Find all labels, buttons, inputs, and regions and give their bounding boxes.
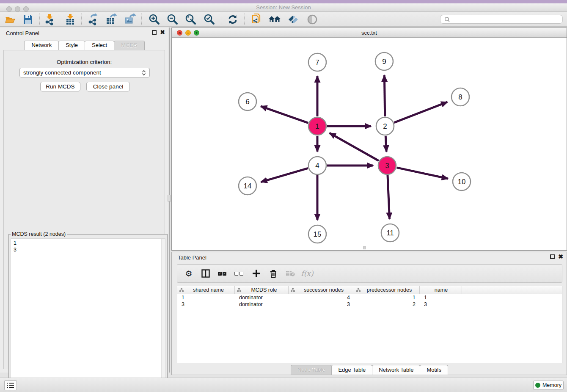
table-cell[interactable]: dominator [235, 301, 289, 308]
add-row-icon[interactable] [251, 268, 262, 279]
column-header-successor-nodes[interactable]: successor nodes [289, 286, 354, 294]
column-header-name[interactable]: name [420, 286, 462, 294]
network-canvas[interactable]: 1234678910111415 [172, 38, 567, 250]
mcds-result-list[interactable]: 13 [11, 238, 165, 388]
export-table-icon[interactable] [105, 13, 118, 26]
table-panel: Table Panel ✖ ⚙ ✓✓ f(x) shared nameMCDS … [171, 252, 567, 375]
memory-button[interactable]: Memory [533, 381, 564, 390]
search-input[interactable] [451, 16, 562, 23]
table-cell[interactable]: 1 [420, 294, 462, 301]
graph-node-9[interactable]: 9 [375, 52, 393, 70]
network-window-title: scc.txt [172, 28, 567, 38]
table-settings-icon[interactable]: ⚙ [183, 268, 194, 279]
open-session-icon[interactable] [3, 13, 17, 26]
column-header-predecessor-nodes[interactable]: predecessor nodes [354, 286, 420, 294]
node-label: 14 [244, 182, 252, 190]
table-row[interactable]: 1dominator411 [177, 294, 562, 301]
node-table[interactable]: shared nameMCDS rolesuccessor nodesprede… [177, 286, 562, 363]
graph-node-10[interactable]: 10 [453, 173, 471, 190]
column-header-MCDS-role[interactable]: MCDS role [235, 286, 289, 294]
hide-style-icon[interactable] [286, 13, 300, 26]
export-image-icon[interactable] [123, 13, 137, 26]
close-panel-button[interactable]: Close panel [86, 82, 130, 91]
edge-1-6[interactable] [261, 106, 308, 123]
control-tab-network[interactable]: Network [24, 41, 59, 50]
canvas-resize-handle[interactable] [363, 246, 366, 249]
table-cell[interactable]: 2 [354, 301, 420, 308]
control-tab-select[interactable]: Select [85, 41, 114, 50]
node-label: 15 [314, 230, 322, 238]
deselect-all-icon[interactable] [234, 268, 245, 279]
table-cell[interactable]: 3 [420, 301, 462, 308]
table-cell[interactable]: 1 [177, 294, 235, 301]
zoom-fit-icon[interactable] [184, 13, 197, 26]
maximize-window-button[interactable] [23, 6, 29, 12]
duplicate-network-icon[interactable] [250, 13, 263, 26]
graph-node-8[interactable]: 8 [451, 88, 469, 106]
table-tab-network-table[interactable]: Network Table [372, 365, 420, 375]
table-row[interactable]: 3dominator323 [177, 301, 562, 308]
table-cell[interactable]: 1 [354, 294, 420, 301]
control-tab-mcds[interactable]: MCDS [114, 41, 144, 50]
minimize-window-button[interactable] [15, 6, 20, 12]
result-scrollbar[interactable] [161, 239, 165, 388]
column-header-shared-name[interactable]: shared name [177, 286, 235, 294]
columns-icon[interactable] [200, 268, 211, 279]
delete-row-icon[interactable] [268, 268, 279, 279]
column-header-label: successor nodes [297, 287, 354, 293]
graph-node-11[interactable]: 11 [381, 224, 399, 242]
control-tab-style[interactable]: Style [58, 41, 85, 50]
table-cell[interactable]: 3 [177, 301, 235, 308]
edge-4-14[interactable] [261, 168, 308, 182]
export-network-icon[interactable] [86, 13, 100, 26]
network-zoom-button[interactable]: + [194, 30, 199, 36]
graph-node-7[interactable]: 7 [308, 53, 326, 71]
table-cell[interactable]: 3 [289, 301, 354, 308]
optimization-dropdown[interactable]: strongly connected component [19, 68, 150, 77]
table-cell[interactable]: dominator [235, 294, 289, 301]
network-graph[interactable]: 1234678910111415 [172, 38, 567, 250]
select-all-icon[interactable]: ✓✓ [217, 268, 228, 279]
eye-icon[interactable] [306, 13, 319, 26]
panel-divider-handle[interactable] [168, 195, 171, 202]
save-session-icon[interactable] [21, 13, 35, 26]
float-panel-icon[interactable] [152, 30, 157, 35]
edge-2-9[interactable] [384, 75, 385, 116]
table-tab-edge-table[interactable]: Edge Table [331, 365, 372, 375]
graph-node-3[interactable]: 3 [378, 157, 396, 174]
zoom-selected-icon[interactable] [202, 13, 216, 26]
edge-2-8[interactable] [394, 102, 447, 123]
edge-3-11[interactable] [388, 175, 390, 219]
import-network-icon[interactable] [43, 13, 57, 26]
houses-icon[interactable] [268, 13, 281, 26]
edge-3-1[interactable] [330, 133, 379, 161]
network-close-button[interactable]: ✕ [177, 30, 182, 36]
table-tab-motifs[interactable]: Motifs [420, 365, 448, 375]
network-window-titlebar: ✕ − + scc.txt [172, 28, 567, 38]
run-mcds-button[interactable]: Run MCDS [40, 82, 80, 91]
function-builder-icon[interactable]: f(x) [302, 268, 313, 279]
graph-node-14[interactable]: 14 [239, 177, 256, 195]
delete-table-icon[interactable] [285, 268, 296, 279]
memory-label: Memory [542, 382, 561, 388]
close-window-button[interactable] [6, 6, 12, 12]
node-label: 9 [382, 58, 386, 66]
table-cell[interactable]: 4 [289, 294, 354, 301]
float-table-panel-icon[interactable] [550, 254, 555, 259]
graph-node-15[interactable]: 15 [308, 225, 326, 243]
close-panel-icon[interactable]: ✖ [160, 30, 165, 35]
graph-node-1[interactable]: 1 [308, 117, 326, 135]
close-table-panel-icon[interactable]: ✖ [558, 254, 563, 259]
zoom-in-icon[interactable] [147, 13, 161, 26]
edge-2-3[interactable] [385, 136, 386, 152]
edge-3-10[interactable] [396, 168, 448, 179]
refresh-icon[interactable] [226, 13, 239, 26]
zoom-out-icon[interactable] [165, 13, 179, 26]
network-minimize-button[interactable]: − [185, 30, 191, 36]
task-history-button[interactable] [4, 380, 17, 390]
graph-node-6[interactable]: 6 [239, 93, 256, 110]
import-table-icon[interactable] [63, 13, 77, 26]
graph-node-4[interactable]: 4 [308, 157, 326, 174]
graph-node-2[interactable]: 2 [376, 117, 394, 135]
table-tab-node-table[interactable]: Node Table [291, 365, 332, 375]
